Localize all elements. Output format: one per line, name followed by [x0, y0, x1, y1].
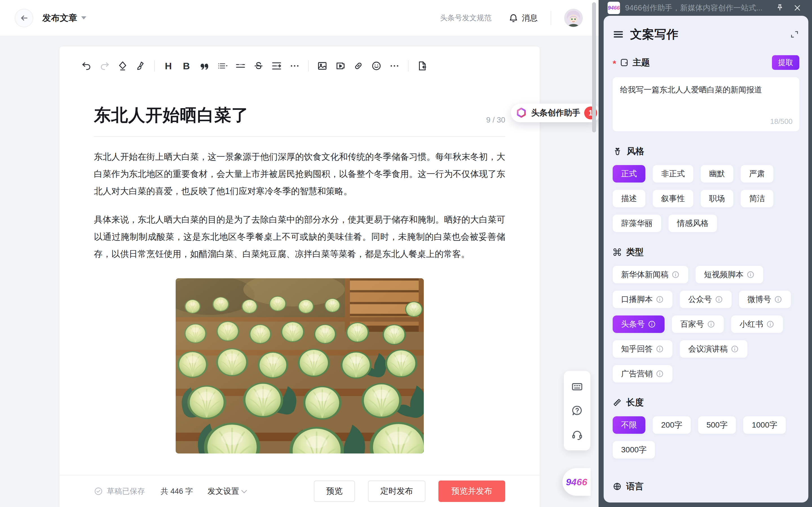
style-chip[interactable]: 描述	[613, 190, 645, 207]
heading-glyph: H	[165, 61, 172, 71]
paragraph[interactable]: 东北人开始在街上晒大白菜，这一景象源于他们深厚的饮食文化和传统的冬季储备习惯。每…	[94, 148, 505, 200]
insert-video-button[interactable]	[331, 57, 349, 75]
menu-icon[interactable]	[613, 29, 624, 40]
back-button[interactable]	[15, 9, 33, 27]
user-avatar[interactable]	[564, 9, 583, 27]
close-panel-button[interactable]	[791, 2, 804, 14]
undo-button[interactable]	[78, 57, 96, 75]
chip-label: 200字	[661, 420, 682, 431]
chip-label: 头条号	[621, 319, 645, 330]
schedule-publish-button[interactable]: 定时发布	[368, 481, 425, 502]
length-chip[interactable]: 3000字	[613, 441, 655, 459]
chip-label: 3000字	[621, 445, 647, 455]
app-root: 发布文章 头条号发文规范 消息	[0, 0, 812, 507]
style-chip[interactable]: 严肃	[741, 165, 773, 182]
cabbage-photo[interactable]	[175, 278, 424, 453]
panel-header: 文案写作	[613, 26, 799, 42]
topic-label: 主题	[632, 57, 650, 68]
publish-settings-button[interactable]: 发文设置	[207, 486, 245, 497]
chevron-down-icon[interactable]	[81, 16, 86, 19]
length-chip[interactable]: 1000字	[743, 416, 785, 434]
style-chip[interactable]: 幽默	[701, 165, 733, 182]
paragraph[interactable]: 具体来说，东北人晒大白菜的目的是为了去除白菜中的部分水分，使其更易于储存和腌制。…	[94, 211, 505, 263]
insert-divider-button[interactable]	[232, 57, 250, 75]
more-insert-tools-button[interactable]	[386, 57, 403, 75]
help-button[interactable]	[569, 402, 586, 419]
style-chip[interactable]: 叙事性	[653, 190, 693, 207]
blockquote-button[interactable]	[195, 57, 213, 75]
title-divider	[94, 136, 505, 137]
align-indent-button[interactable]	[267, 57, 286, 75]
9466-floating-badge[interactable]: 9466	[562, 468, 591, 496]
type-chip[interactable]: 知乎回答	[613, 340, 672, 358]
title-char-counter: 9 / 30	[486, 116, 505, 124]
preview-and-publish-button[interactable]: 预览并发布	[439, 481, 505, 502]
heading-button[interactable]: H	[159, 57, 177, 75]
chip-label: 500字	[707, 420, 728, 431]
topic-char-counter: 18/500	[770, 115, 793, 127]
more-text-tools-button[interactable]	[286, 57, 304, 75]
redo-button[interactable]	[96, 57, 114, 75]
avatar-image	[565, 9, 582, 27]
length-chip[interactable]: 500字	[698, 416, 736, 434]
import-document-button[interactable]	[413, 57, 431, 75]
strikethrough-button[interactable]	[250, 57, 267, 75]
clear-format-button[interactable]	[114, 57, 132, 75]
type-chip[interactable]: 小红书	[731, 316, 783, 333]
type-chip[interactable]: 百家号	[672, 316, 724, 333]
expand-icon[interactable]	[790, 30, 799, 39]
emoji-button[interactable]	[367, 57, 386, 75]
length-section-label: 长度	[626, 397, 644, 408]
style-chip[interactable]: 非正式	[653, 165, 693, 182]
pin-button[interactable]	[774, 2, 786, 14]
publishing-rules-link[interactable]: 头条号发文规范	[440, 13, 492, 23]
type-chip[interactable]: 会议演讲稿	[680, 340, 748, 358]
style-chip[interactable]: 正式	[613, 165, 645, 182]
bold-glyph: B	[183, 61, 190, 71]
messages-button[interactable]: 消息	[508, 13, 538, 23]
chip-label: 描述	[621, 193, 637, 204]
type-chip[interactable]: 公众号	[680, 291, 732, 308]
style-chip[interactable]: 简洁	[741, 190, 773, 207]
format-painter-button[interactable]	[132, 57, 150, 75]
shortcut-keyboard-button[interactable]	[569, 378, 586, 395]
length-chip[interactable]: 200字	[653, 416, 691, 434]
info-icon	[707, 320, 715, 328]
chip-label: 百家号	[680, 319, 704, 330]
type-chip[interactable]: 头条号	[613, 316, 665, 333]
main-scrollbar[interactable]	[592, 2, 596, 132]
editor-footer: 草稿已保存 共 446 字 发文设置 预览 定时发布 预览并发布	[59, 475, 540, 507]
extension-panel: 9466 9466创作助手，新媒体内容创作一站式... 文案写作 * 主题 提取…	[599, 0, 812, 507]
article-title[interactable]: 东北人开始晒白菜了	[94, 104, 505, 127]
header-right: 头条号发文规范 消息	[440, 9, 583, 27]
insert-link-button[interactable]	[349, 57, 367, 75]
style-chip[interactable]: 辞藻华丽	[613, 215, 661, 232]
bold-button[interactable]: B	[177, 57, 195, 75]
panel-title-bar: 9466 9466创作助手，新媒体内容创作一站式...	[599, 0, 812, 16]
chevron-down-icon	[241, 488, 247, 493]
language-section-partial: 语言	[613, 481, 799, 492]
length-chip[interactable]: 不限	[613, 416, 645, 434]
type-chip[interactable]: 口播脚本	[613, 291, 672, 308]
toutiao-assistant-pill[interactable]: 头条创作助手 1	[511, 104, 599, 122]
topic-input[interactable]: 给我写一篇东北人人爱晒白菜的新闻报道 18/500	[613, 77, 799, 131]
chip-label: 职场	[709, 193, 725, 204]
topic-icon	[619, 58, 629, 67]
list-button[interactable]	[213, 57, 232, 75]
type-chip[interactable]: 短视频脚本	[696, 266, 763, 283]
type-section-header: 类型	[613, 246, 799, 258]
type-chip[interactable]: 新华体新闻稿	[613, 266, 688, 283]
extract-button[interactable]: 提取	[772, 55, 799, 70]
preview-button[interactable]: 预览	[314, 481, 355, 502]
chip-label: 辞藻华丽	[621, 218, 653, 229]
info-icon	[656, 295, 664, 304]
style-chip[interactable]: 职场	[701, 190, 733, 207]
style-chip[interactable]: 情感风格	[668, 215, 717, 232]
type-chip[interactable]: 微博号	[739, 291, 791, 308]
customer-service-button[interactable]	[569, 426, 586, 443]
toolbar-separator	[308, 60, 309, 71]
type-chip[interactable]: 广告营销	[613, 365, 672, 383]
article-body[interactable]: 东北人开始晒白菜了 9 / 30 东北人开始在街上晒大白菜，这一景象源于他们深厚…	[59, 104, 540, 453]
9466-logo-text: 9466	[608, 5, 620, 11]
insert-image-button[interactable]	[313, 57, 331, 75]
